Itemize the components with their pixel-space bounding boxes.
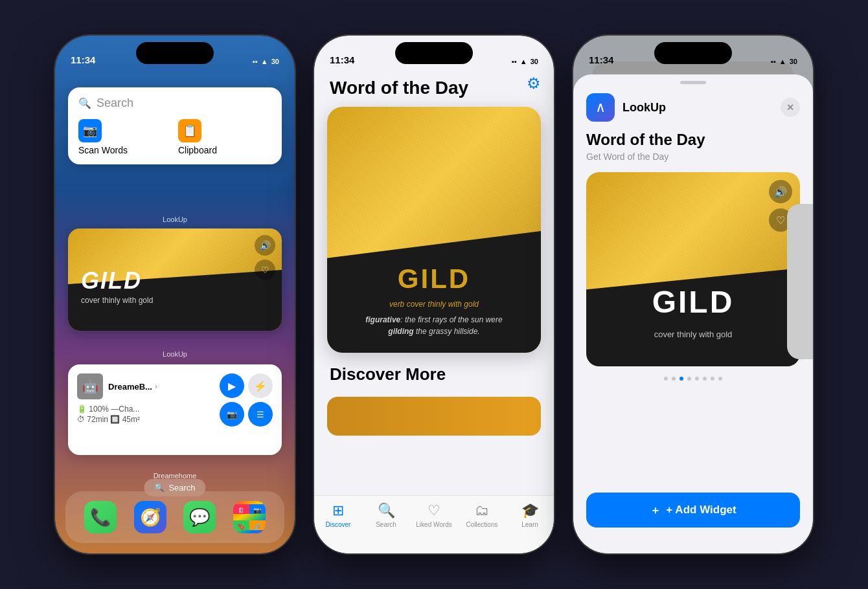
search-bar[interactable]: 🔍 Search <box>78 96 271 110</box>
dreame-widget[interactable]: 🤖 DreameB... › ▶ ⚡ 📷 ☰ 🔋 100% —Cha... ⏱ … <box>68 364 282 455</box>
nav-collections-label: Collections <box>466 521 498 528</box>
nav-search-label: Search <box>376 521 396 528</box>
dots-row <box>586 377 800 381</box>
dot-8 <box>718 377 722 381</box>
modal-app-icon: ∧ <box>586 93 615 122</box>
status-icons-2: ▪▪ ▲ 30 <box>512 58 538 65</box>
search-widget[interactable]: 🔍 Search 📷 Scan Words 📋 Clipboard <box>68 87 282 164</box>
dot-2 <box>672 377 676 381</box>
clipboard-action[interactable]: 📋 Clipboard <box>178 119 271 155</box>
dot-1 <box>664 377 668 381</box>
dreame-camera-btn[interactable]: 📷 <box>220 402 244 427</box>
gild-word-1: GILD <box>81 267 153 294</box>
notch-1 <box>136 42 214 64</box>
scan-icon: 📷 <box>78 119 102 142</box>
phone-2: 11:34 ▪▪ ▲ 30 ⚙ Word of the Day GILD ver… <box>314 36 554 553</box>
status-icons-1: ▪▪ ▲ 30 <box>253 58 279 65</box>
search-placeholder: Search <box>97 96 133 110</box>
word-of-day-title: Word of the Day <box>330 78 468 98</box>
nav-liked-label: Liked Words <box>416 521 451 528</box>
nav-learn[interactable]: 🎓 Learn <box>506 502 554 528</box>
nav-collections[interactable]: 🗂 Collections <box>458 502 506 528</box>
phone-3: 11:34 ▪▪ ▲ 30 ∧ LookUp ✕ Word of the Day <box>573 36 813 553</box>
modal-gild-def: cover thinly with gold <box>586 329 800 339</box>
clipboard-icon: 📋 <box>178 119 201 142</box>
modal-speaker-btn[interactable]: 🔊 <box>769 180 792 203</box>
dreame-list-btn[interactable]: ☰ <box>248 402 273 427</box>
dreame-image: 🤖 <box>77 373 103 399</box>
collections-nav-icon: 🗂 <box>475 502 489 519</box>
modal-sheet: ∧ LookUp ✕ Word of the Day Get Word of t… <box>573 74 813 553</box>
dot-3-active <box>680 377 683 381</box>
modal-right-partial-card <box>787 204 813 359</box>
dock: 📞 🧭 💬 🗓 📷 🔖 🔗 <box>65 491 284 543</box>
nav-liked[interactable]: ♡ Liked Words <box>410 502 458 528</box>
gild-card-large[interactable]: GILD verb cover thinly with gold figurat… <box>327 107 541 353</box>
dot-5 <box>695 377 699 381</box>
heart-btn-1[interactable]: ♡ <box>255 260 275 280</box>
status-icons-3: ▪▪ ▲ 30 <box>771 58 797 65</box>
search-icon: 🔍 <box>78 97 91 109</box>
dot-6 <box>703 377 707 381</box>
dreame-flash-btn[interactable]: ⚡ <box>248 373 273 398</box>
gild-large-word: GILD <box>327 263 541 294</box>
add-widget-plus-icon: ＋ <box>650 503 661 518</box>
liked-nav-icon: ♡ <box>428 502 440 519</box>
gild-actions: 🔊 ♡ <box>255 235 275 280</box>
gild-large-example: figurative: the first rays of the sun we… <box>340 314 528 337</box>
scan-words-action[interactable]: 📷 Scan Words <box>78 119 172 155</box>
learn-nav-icon: 🎓 <box>521 502 539 519</box>
add-widget-button[interactable]: ＋ + Add Widget <box>586 493 800 528</box>
lookup-label-1: LookUp <box>163 216 187 223</box>
dot-4 <box>687 377 691 381</box>
bottom-nav: ⊞ Discover 🔍 Search ♡ Liked Words 🗂 Coll… <box>314 495 554 553</box>
notch-2 <box>395 42 473 64</box>
clipboard-label: Clipboard <box>178 145 217 155</box>
notch-3 <box>654 42 732 64</box>
gild-def-1: cover thinly with gold <box>81 296 153 305</box>
modal-gild-card[interactable]: 🔊 ♡ GILD cover thinly with gold <box>586 172 800 366</box>
dock-safari-icon[interactable]: 🧭 <box>134 501 166 533</box>
gild-text: GILD cover thinly with gold <box>81 267 153 305</box>
modal-wotd-subtitle: Get Word of the Day <box>586 151 800 162</box>
status-time-1: 11:34 <box>71 54 95 65</box>
gear-button[interactable]: ⚙ <box>527 74 541 93</box>
search-nav-icon: 🔍 <box>378 502 395 519</box>
dreame-controls: ▶ ⚡ 📷 ☰ <box>220 373 273 427</box>
dot-7 <box>711 377 714 381</box>
modal-close-button[interactable]: ✕ <box>781 98 800 117</box>
discover-more-title: Discover More <box>330 364 446 384</box>
discover-nav-icon: ⊞ <box>332 502 344 519</box>
nav-discover[interactable]: ⊞ Discover <box>314 502 362 528</box>
modal-gild-word: GILD <box>586 284 800 320</box>
quick-actions: 📷 Scan Words 📋 Clipboard <box>78 119 271 155</box>
gild-large-pos: verb cover thinly with gold <box>327 300 541 309</box>
modal-header: ∧ LookUp ✕ <box>573 84 813 131</box>
dock-messages-icon[interactable]: 💬 <box>183 501 216 533</box>
nav-learn-label: Learn <box>521 521 538 528</box>
gild-widget[interactable]: GILD cover thinly with gold 🔊 ♡ <box>68 228 282 331</box>
lookup-label-2: LookUp <box>163 350 187 358</box>
nav-search[interactable]: 🔍 Search <box>362 502 410 528</box>
status-time-2: 11:34 <box>330 54 354 65</box>
modal-wotd-title: Word of the Day <box>586 131 800 149</box>
modal-content: Word of the Day Get Word of the Day 🔊 ♡ … <box>573 131 813 381</box>
dock-phone-icon[interactable]: 📞 <box>84 501 117 533</box>
speaker-btn-1[interactable]: 🔊 <box>255 235 275 256</box>
dreame-play-btn[interactable]: ▶ <box>220 373 244 398</box>
status-time-3: 11:34 <box>589 54 613 65</box>
modal-app-name: LookUp <box>622 101 773 115</box>
scan-words-label: Scan Words <box>78 145 128 155</box>
dreame-name: DreameB... <box>108 382 152 392</box>
add-widget-label: + Add Widget <box>666 504 736 517</box>
phone-1: 11:34 ▪▪ ▲ 30 🔍 Search 📷 Scan Words 📋 C <box>55 36 295 553</box>
dock-apps-icon[interactable]: 🗓 📷 🔖 🔗 <box>233 501 266 533</box>
discover-card-preview[interactable] <box>327 397 541 436</box>
dreame-arrow-icon: › <box>155 382 157 391</box>
nav-discover-label: Discover <box>326 521 351 528</box>
